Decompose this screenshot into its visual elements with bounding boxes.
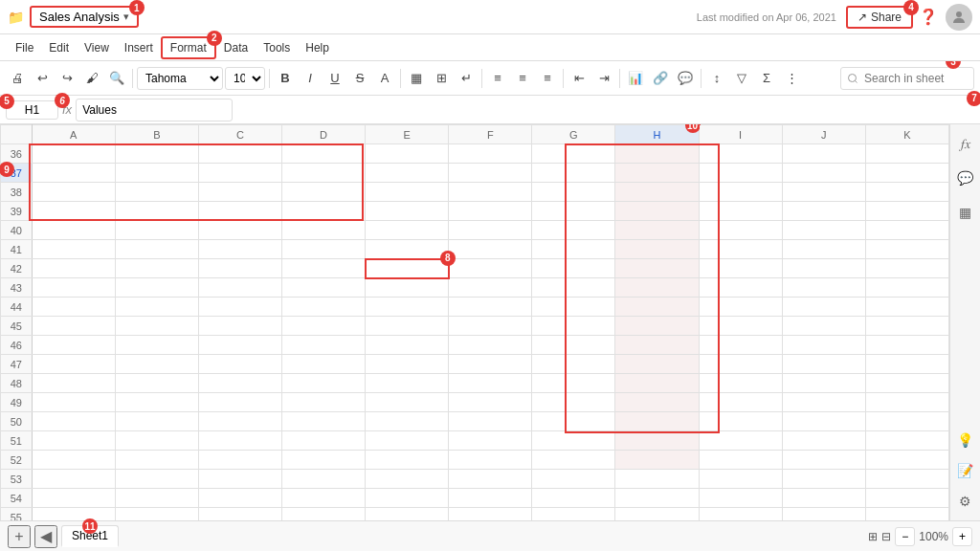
merge-button[interactable]: ⊞ [430,67,453,90]
cell-j39[interactable] [782,202,865,221]
menu-file[interactable]: File [8,38,41,57]
cell-h39[interactable] [615,202,699,221]
search-input[interactable] [840,67,974,90]
cell-a37[interactable] [32,164,115,183]
cell-k41[interactable] [865,240,948,259]
cell-d36[interactable] [281,144,365,164]
cell-e42[interactable]: 8 [366,259,449,278]
cell-j38[interactable] [782,183,865,202]
cell-c38[interactable] [198,183,281,202]
cell-h37[interactable] [615,164,699,183]
insert-link-button[interactable]: 🔗 [649,67,672,90]
underline-button[interactable]: U [323,67,346,90]
cell-i37[interactable] [699,164,782,183]
cell-e41[interactable] [366,240,449,259]
cell-b37[interactable] [115,164,198,183]
cell-a36[interactable] [32,144,115,164]
cell-c41[interactable] [198,240,281,259]
cell-c42[interactable] [198,259,281,278]
italic-button[interactable]: I [299,67,322,90]
align-right-button[interactable]: ≡ [536,67,559,90]
cell-g40[interactable] [532,221,615,240]
insert-chart-button[interactable]: 📊 [624,67,647,90]
wrap-button[interactable]: ↵ [455,67,478,90]
prev-sheet-button[interactable]: ◀ [34,525,57,548]
cell-j42[interactable] [782,259,865,278]
cell-reference-box[interactable]: H1 5 [6,100,58,120]
add-sheet-button[interactable]: + [8,525,31,548]
cell-h42[interactable] [615,259,699,278]
font-size-selector[interactable]: 10 11 12 [225,67,265,90]
cell-e38[interactable] [366,183,449,202]
cell-g41[interactable] [532,240,615,259]
cell-k40[interactable] [865,221,948,240]
cell-a38[interactable] [32,183,115,202]
side-settings-button[interactable]: ⚙ [954,490,977,513]
cell-f38[interactable] [449,183,532,202]
cell-g38[interactable] [532,183,615,202]
redo-button[interactable]: ↪ [56,67,78,90]
menu-help[interactable]: Help [298,38,337,57]
menu-format[interactable]: Format 2 [161,36,216,59]
cell-i41[interactable] [699,240,782,259]
cell-k36[interactable] [865,144,948,164]
insert-comment-button[interactable]: 💬 [674,67,697,90]
function-button[interactable]: Σ [755,67,778,90]
font-selector[interactable]: Tahoma Arial Calibri [137,67,223,90]
cell-d42[interactable] [281,259,365,278]
filter-button[interactable]: ▽ [730,67,753,90]
cell-f37[interactable] [449,164,532,183]
cell-c36[interactable] [198,144,281,164]
cell-h40[interactable] [615,221,699,240]
cell-i38[interactable] [699,183,782,202]
align-left-button[interactable]: ≡ [486,67,509,90]
cell-k38[interactable] [865,183,948,202]
cell-g36[interactable] [532,144,615,164]
cell-c39[interactable] [198,202,281,221]
cell-d40[interactable] [281,221,365,240]
align-center-button[interactable]: ≡ [511,67,534,90]
cell-h38[interactable] [615,183,699,202]
cell-i36[interactable] [699,144,782,164]
cell-g37[interactable] [532,164,615,183]
undo-button[interactable]: ↩ [31,67,54,90]
cell-b38[interactable] [115,183,198,202]
sheet-tab-sheet1[interactable]: Sheet1 11 [61,525,119,547]
cell-d37[interactable] [281,164,365,183]
cell-d39[interactable] [281,202,365,221]
cell-j37[interactable] [782,164,865,183]
cell-k39[interactable] [865,202,948,221]
sort-button[interactable]: ↕ [705,67,728,90]
cell-i39[interactable] [699,202,782,221]
formula-input[interactable] [76,99,233,121]
side-format-button[interactable]: ▦ [954,201,977,224]
menu-data[interactable]: Data [216,38,256,57]
print-button[interactable]: 🖨 [6,67,29,90]
cell-k37[interactable] [865,164,948,183]
menu-edit[interactable]: Edit [41,38,77,57]
cell-f42[interactable] [449,259,532,278]
paint-format-button[interactable]: 🖌 [80,67,103,90]
cell-d38[interactable] [281,183,365,202]
cell-a41[interactable] [32,240,115,259]
cell-b42[interactable] [115,259,198,278]
help-icon[interactable]: ❓ [919,8,938,26]
cell-e37[interactable] [366,164,449,183]
cell-h41[interactable] [615,240,699,259]
side-comment-button[interactable]: 💬 [954,166,977,189]
cell-b39[interactable] [115,202,198,221]
cell-a40[interactable] [32,221,115,240]
cell-k42[interactable] [865,259,948,278]
cell-g39[interactable] [532,202,615,221]
cell-j40[interactable] [782,221,865,240]
cell-f36[interactable] [449,144,532,164]
cell-f40[interactable] [449,221,532,240]
cell-b36[interactable] [115,144,198,164]
more-button[interactable]: ⋮ [780,67,803,90]
menu-view[interactable]: View [77,38,117,57]
cell-e40[interactable] [366,221,449,240]
cell-h36[interactable] [615,144,699,164]
cell-a42[interactable] [32,259,115,278]
side-fx-button[interactable]: 𝑓𝑥 [954,132,977,155]
cell-f41[interactable] [449,240,532,259]
